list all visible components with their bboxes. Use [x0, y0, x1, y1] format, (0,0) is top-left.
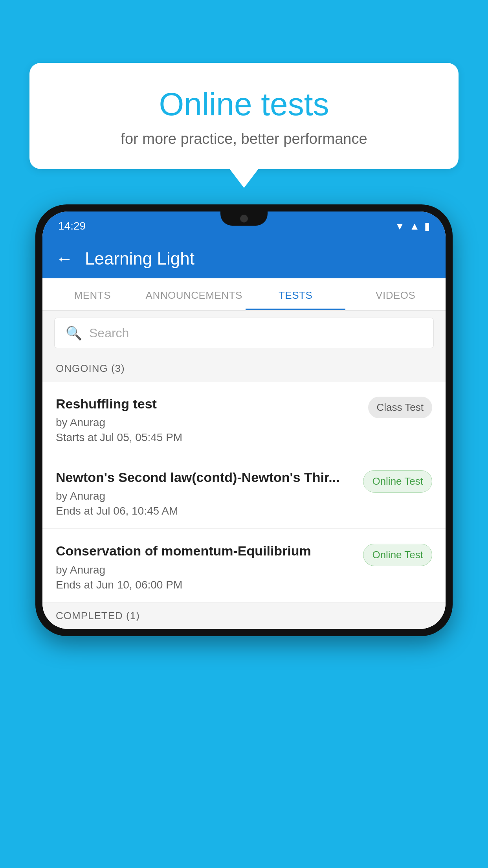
completed-section-header: COMPLETED (1): [42, 603, 446, 629]
front-camera: [240, 215, 248, 223]
tab-announcements[interactable]: ANNOUNCEMENTS: [143, 278, 246, 310]
phone-notch: [220, 211, 268, 226]
battery-icon: ▮: [424, 220, 430, 232]
phone: 14:29 ▼ ▲ ▮ ← Learning Light MENTS ANNOU…: [35, 204, 453, 636]
test-item[interactable]: Reshuffling test by Anurag Starts at Jul…: [42, 382, 446, 455]
back-button[interactable]: ←: [56, 250, 73, 267]
tab-videos[interactable]: VIDEOS: [345, 278, 446, 310]
test-author: by Anurag: [56, 564, 355, 576]
test-time: Ends at Jun 10, 06:00 PM: [56, 579, 355, 591]
bubble-title: Online tests: [49, 86, 439, 122]
test-time: Starts at Jul 05, 05:45 PM: [56, 431, 360, 444]
test-time: Ends at Jul 06, 10:45 AM: [56, 505, 355, 517]
signal-icon: ▲: [409, 220, 420, 232]
speech-bubble-container: Online tests for more practice, better p…: [29, 63, 459, 169]
status-icons: ▼ ▲ ▮: [395, 220, 430, 232]
search-placeholder: Search: [89, 326, 129, 340]
search-bar-container: 🔍 Search: [42, 311, 446, 355]
status-time: 14:29: [58, 220, 86, 232]
test-content: Conservation of momentum-Equilibrium by …: [56, 542, 355, 591]
tab-tests[interactable]: TESTS: [246, 278, 346, 310]
test-author: by Anurag: [56, 490, 355, 502]
test-author: by Anurag: [56, 416, 360, 429]
tab-ments[interactable]: MENTS: [42, 278, 143, 310]
app-header: ← Learning Light: [42, 239, 446, 278]
test-badge: Online Test: [363, 544, 432, 566]
ongoing-section-header: ONGOING (3): [42, 355, 446, 382]
speech-bubble: Online tests for more practice, better p…: [29, 63, 459, 169]
test-item[interactable]: Newton's Second law(contd)-Newton's Thir…: [42, 455, 446, 529]
test-content: Newton's Second law(contd)-Newton's Thir…: [56, 469, 355, 517]
app-title: Learning Light: [85, 249, 194, 268]
test-badge: Online Test: [363, 470, 432, 493]
tab-bar: MENTS ANNOUNCEMENTS TESTS VIDEOS: [42, 278, 446, 311]
phone-screen: 14:29 ▼ ▲ ▮ ← Learning Light MENTS ANNOU…: [42, 211, 446, 629]
bubble-subtitle: for more practice, better performance: [49, 131, 439, 147]
test-name: Conservation of momentum-Equilibrium: [56, 542, 355, 559]
test-name: Reshuffling test: [56, 395, 360, 412]
search-icon: 🔍: [66, 325, 82, 341]
wifi-icon: ▼: [395, 220, 405, 232]
test-content: Reshuffling test by Anurag Starts at Jul…: [56, 395, 360, 444]
test-item[interactable]: Conservation of momentum-Equilibrium by …: [42, 529, 446, 602]
test-list: Reshuffling test by Anurag Starts at Jul…: [42, 382, 446, 603]
search-input[interactable]: 🔍 Search: [54, 318, 434, 348]
test-badge: Class Test: [368, 397, 432, 418]
test-name: Newton's Second law(contd)-Newton's Thir…: [56, 469, 355, 486]
phone-wrapper: 14:29 ▼ ▲ ▮ ← Learning Light MENTS ANNOU…: [35, 204, 453, 636]
